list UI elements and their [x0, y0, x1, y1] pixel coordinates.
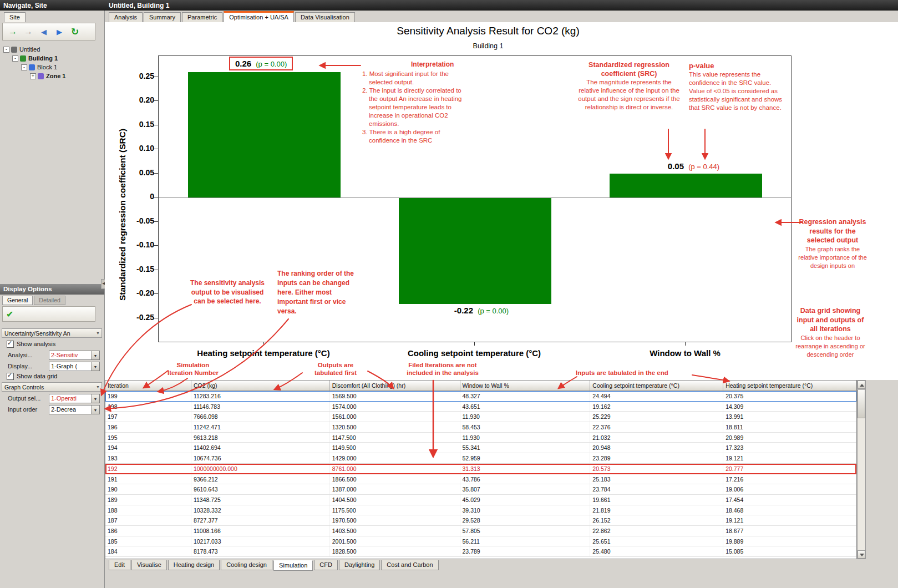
column-header-discomfort-all-clothing-hr[interactable]: Discomfort (All Clothing) (hr): [330, 381, 460, 391]
tab-heating-design[interactable]: Heating design: [168, 560, 220, 570]
cell: 1320.500: [330, 422, 460, 432]
cell: 9366.212: [191, 474, 330, 484]
column-header-co2-kg[interactable]: CO2 (kg): [191, 381, 330, 391]
navigation-panel: Site -Untitled-Building 1-Block 1+Zone 1…: [0, 11, 105, 588]
cell: 11242.471: [191, 422, 330, 432]
tab-analysis[interactable]: Analysis: [109, 12, 143, 22]
tree-item-zone-1[interactable]: +Zone 1: [1, 72, 102, 80]
cell: 23.289: [590, 453, 723, 463]
p-value-text: (p = 0.00): [256, 60, 287, 68]
tab-summary[interactable]: Summary: [144, 12, 181, 22]
collapse-icon[interactable]: -: [3, 47, 9, 53]
title-bar: Navigate, Site Untitled, Building 1: [0, 0, 898, 11]
table-row-192[interactable]: 1921000000000.0008761.00031.31320.57320.…: [105, 464, 856, 474]
section-graph-controls[interactable]: Graph Controls: [2, 382, 102, 392]
cell: 2001.500: [330, 536, 460, 546]
back-icon[interactable]: [38, 26, 49, 37]
table-row-197[interactable]: 1977666.0981561.00011.93025.22913.991: [105, 412, 856, 422]
cell: 17.454: [723, 495, 856, 505]
column-header-iteration[interactable]: Iteration: [105, 381, 191, 391]
main-tabs: AnalysisSummaryParametricOptimisation + …: [109, 12, 355, 22]
dropdown-arrow-icon[interactable]: [91, 394, 99, 403]
zone-icon: [38, 73, 44, 79]
column-header-window-to-wall[interactable]: Window to Wall %: [460, 381, 591, 391]
table-row-198[interactable]: 19811146.7831574.00043.65119.16214.309: [105, 402, 856, 412]
tab-cooling-design[interactable]: Cooling design: [221, 560, 272, 570]
tab-cfd[interactable]: CFD: [314, 560, 338, 570]
cell: 21.819: [590, 505, 723, 515]
cell: 11283.216: [191, 391, 330, 401]
table-row-199[interactable]: 19911283.2161569.50048.32724.49420.375: [105, 391, 856, 402]
section-uncertainty-sensitivity[interactable]: Uncertainty/Sensitivity An: [2, 328, 102, 338]
scroll-down-button[interactable]: [858, 550, 865, 559]
tab-data-visualisation[interactable]: Data Visualisation: [295, 12, 355, 22]
open-site-icon[interactable]: [7, 26, 18, 37]
analysis-type-select[interactable]: 2-Sensitiv: [49, 351, 100, 360]
apply-check-icon[interactable]: [6, 309, 13, 320]
output-select[interactable]: 1-Operati: [49, 394, 100, 403]
scroll-up-button[interactable]: [858, 381, 865, 389]
cell: 24.494: [590, 391, 723, 401]
collapse-icon[interactable]: -: [12, 55, 18, 62]
analysis-type-value: 2-Sensitiv: [51, 352, 78, 358]
dropdown-arrow-icon[interactable]: [91, 351, 99, 359]
chart-subtitle: Building 1: [311, 42, 666, 50]
data-grid: IterationCO2 (kg)Discomfort (All Clothin…: [105, 380, 857, 559]
table-row-190[interactable]: 1909610.6431387.00035.80723.78419.006: [105, 484, 856, 495]
navigation-toolbar: [2, 23, 95, 40]
cell: 1574.000: [330, 402, 460, 412]
cell: 21.032: [590, 433, 723, 443]
y-tick: [154, 125, 158, 125]
cell: 1403.500: [330, 526, 460, 536]
tab-detailed[interactable]: Detailed: [34, 296, 65, 305]
table-row-191[interactable]: 1919366.2121866.50043.78625.18317.216: [105, 474, 856, 485]
tab-optimisation-ua-sa[interactable]: Optimisation + UA/SA: [224, 11, 294, 22]
input-order-select[interactable]: 2-Decrea: [49, 405, 100, 414]
tab-site[interactable]: Site: [4, 12, 26, 22]
tab-parametric[interactable]: Parametric: [182, 12, 222, 22]
column-header-heating-setpoint-temperature-c[interactable]: Heating setpoint temperature (°C): [723, 381, 856, 391]
y-tick: [154, 100, 158, 101]
cell: 11.930: [460, 412, 591, 422]
table-row-186[interactable]: 18611008.1661403.50057.80522.86218.677: [105, 526, 856, 536]
p-value-text: (p = 0.44): [688, 163, 719, 171]
tab-cost-and-carbon[interactable]: Cost and Carbon: [381, 560, 438, 570]
table-row-185[interactable]: 18510217.0332001.50056.21125.65119.889: [105, 536, 856, 547]
tab-simulation[interactable]: Simulation: [273, 560, 313, 571]
cell: 195: [105, 433, 191, 443]
table-row-184[interactable]: 1848178.4731828.50023.78925.48015.085: [105, 546, 856, 557]
show-data-grid-checkbox[interactable]: [7, 373, 14, 380]
tab-general[interactable]: General: [2, 296, 33, 305]
tree-item-untitled[interactable]: -Untitled: [1, 45, 102, 54]
show-analysis-checkbox[interactable]: [7, 341, 14, 348]
column-header-cooling-setpoint-temperature-c[interactable]: Cooling setpoint temperature (°C): [590, 381, 723, 391]
tree-item-building-1[interactable]: -Building 1: [1, 54, 102, 63]
table-row-195[interactable]: 1959613.2181147.50011.93021.03220.989: [105, 433, 856, 443]
cell: 187: [105, 515, 191, 525]
scroll-thumb[interactable]: [858, 389, 865, 418]
table-row-196[interactable]: 19611242.4711320.50058.45322.37618.811: [105, 422, 856, 433]
cell: 19.889: [723, 536, 856, 546]
tab-daylighting[interactable]: Daylighting: [339, 560, 380, 570]
cell: 20.777: [723, 464, 856, 474]
table-row-187[interactable]: 1878727.3771970.50029.52826.15219.121: [105, 515, 856, 526]
tree-item-block-1[interactable]: -Block 1: [1, 63, 102, 72]
tab-edit[interactable]: Edit: [109, 560, 130, 570]
collapse-icon[interactable]: -: [21, 64, 27, 70]
table-row-194[interactable]: 19411402.6941149.50055.34120.94817.323: [105, 443, 856, 453]
cell: 1429.000: [330, 453, 460, 463]
refresh-icon[interactable]: [69, 26, 80, 37]
expand-icon[interactable]: +: [30, 73, 36, 79]
tab-visualise[interactable]: Visualise: [131, 560, 167, 570]
display-mode-select[interactable]: 1-Graph (: [49, 362, 100, 371]
table-row-188[interactable]: 18810328.3321175.50039.31021.81918.468: [105, 505, 856, 516]
dropdown-arrow-icon[interactable]: [91, 362, 99, 371]
cell: 20.989: [723, 433, 856, 443]
table-scrollbar[interactable]: [857, 380, 866, 559]
forward-icon[interactable]: [54, 26, 65, 37]
annotation-body: The magnitude represents the relative in…: [576, 78, 682, 111]
cell: 57.805: [460, 526, 591, 536]
table-row-189[interactable]: 18911348.7251404.50045.02919.66117.454: [105, 495, 856, 505]
table-row-193[interactable]: 19310674.7361429.00052.95923.28919.121: [105, 453, 856, 464]
dropdown-arrow-icon[interactable]: [91, 405, 99, 414]
